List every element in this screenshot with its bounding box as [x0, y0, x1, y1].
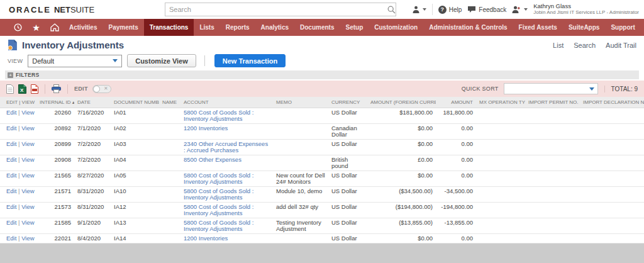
nav-item-analytics[interactable]: Analytics	[255, 19, 294, 36]
nav-item-suiteapps[interactable]: SuiteApps	[563, 19, 605, 36]
help-button[interactable]: ? Help	[438, 6, 462, 14]
edit-link[interactable]: Edit	[6, 219, 16, 226]
account-link[interactable]: 5800 Cost of Goods Sold : Inventory Adju…	[184, 109, 253, 122]
pipe-separator: |	[16, 219, 21, 226]
account-link[interactable]: 1200 Inventories	[184, 125, 228, 132]
user-icon	[512, 6, 521, 14]
nav-item-customization[interactable]: Customization	[369, 19, 423, 36]
edit-link[interactable]: Edit	[6, 125, 16, 132]
button-divider	[204, 55, 205, 66]
export-csv-button[interactable]	[6, 84, 14, 94]
column-header-import-permit-no[interactable]: IMPORT PERMIT NO.	[525, 97, 580, 108]
column-header-amount[interactable]: AMOUNT	[436, 97, 476, 108]
column-header-document-number[interactable]: DOCUMENT NUMBER	[111, 97, 159, 108]
cell-amount: 181,800.00	[436, 108, 476, 124]
nav-item-activities[interactable]: Activities	[64, 19, 103, 36]
history-icon	[14, 23, 22, 31]
cell-import-declaration-no	[580, 187, 644, 203]
account-link[interactable]: 5800 Cost of Goods Sold : Inventory Adju…	[184, 219, 253, 232]
cell-account: 2340 Other Accrued Expensees : Accrued P…	[180, 140, 273, 155]
cell-name	[159, 203, 180, 218]
nav-item-administration-controls[interactable]: Administration & Controls	[423, 19, 513, 36]
home-button[interactable]	[45, 19, 64, 36]
feedback-button[interactable]: Feedback	[467, 6, 506, 13]
view-link[interactable]: View	[21, 187, 34, 194]
cell-amount-foreign: ($34,500.00)	[367, 187, 436, 203]
export-pdf-button[interactable]	[31, 84, 38, 94]
nav-item-reports[interactable]: Reports	[220, 19, 255, 36]
cell-import-declaration-no	[580, 218, 644, 234]
quick-menu[interactable]	[412, 6, 426, 14]
customize-view-button[interactable]: Customize View	[127, 54, 196, 67]
account-link[interactable]: 5800 Cost of Goods Sold : Inventory Adju…	[184, 172, 253, 185]
view-select[interactable]: Default	[28, 55, 122, 67]
export-excel-button[interactable]: X	[18, 84, 26, 94]
column-header-memo[interactable]: MEMO	[273, 97, 328, 108]
quick-menu-caret-icon	[423, 8, 426, 11]
cell-memo: New count for Dell 24# Monitors	[273, 171, 328, 187]
cell-import-declaration-no	[580, 234, 644, 243]
column-header-import-declaration-no[interactable]: IMPORT DECLARATION NO.	[580, 97, 644, 108]
view-link[interactable]: View	[21, 125, 34, 132]
link-search[interactable]: Search	[574, 42, 596, 49]
edit-link[interactable]: Edit	[6, 235, 16, 242]
account-link[interactable]: 2340 Other Accrued Expensees : Accrued P…	[184, 140, 268, 154]
quick-menu-icon	[412, 6, 420, 14]
view-link[interactable]: View	[21, 172, 34, 179]
column-header-name[interactable]: NAME	[159, 97, 180, 108]
account-link[interactable]: 8500 Other Expenses	[184, 156, 242, 163]
account-link[interactable]: 5800 Cost of Goods Sold : Inventory Adju…	[184, 187, 253, 201]
account-link[interactable]: 1200 Inventories	[184, 235, 228, 242]
filters-bar[interactable]: + FILTERS	[5, 70, 639, 79]
new-transaction-button[interactable]: New Transaction	[214, 54, 286, 67]
search-input[interactable]	[165, 6, 387, 13]
recent-records-button[interactable]	[9, 19, 27, 36]
nav-item-transactions[interactable]: Transactions	[144, 19, 194, 36]
view-link[interactable]: View	[21, 203, 34, 210]
cell-date: 7/2/2020	[74, 155, 111, 171]
view-link[interactable]: View	[21, 156, 34, 163]
link-audit-trail[interactable]: Audit Trail	[606, 42, 636, 49]
column-header-edit-view[interactable]: EDIT | VIEW	[0, 97, 36, 108]
view-link[interactable]: View	[21, 140, 34, 147]
edit-link[interactable]: Edit	[6, 203, 16, 210]
view-label: VIEW	[8, 58, 23, 64]
nav-item-setup[interactable]: Setup	[340, 19, 369, 36]
view-link[interactable]: View	[21, 235, 34, 242]
cell-memo	[273, 140, 328, 155]
view-link[interactable]: View	[21, 109, 34, 116]
user-menu-caret-icon	[524, 8, 528, 11]
edit-link[interactable]: Edit	[6, 187, 16, 194]
expand-filters-icon[interactable]: +	[8, 72, 13, 78]
user-menu[interactable]	[512, 6, 528, 14]
nav-item-lists[interactable]: Lists	[194, 19, 219, 36]
shortcuts-button[interactable]: ★	[27, 19, 45, 36]
cell-amount-foreign: $0.00	[367, 234, 436, 243]
cell-currency: Canadian Dollar	[328, 124, 367, 140]
edit-link[interactable]: Edit	[6, 156, 16, 163]
edit-link[interactable]: Edit	[6, 140, 16, 147]
column-header-mx-operation-type[interactable]: MX OPERATION TYPE	[476, 97, 525, 108]
quick-sort-select[interactable]	[504, 83, 598, 94]
edit-toggle[interactable]: ✕	[92, 85, 111, 93]
edit-toggle-label: EDIT	[74, 86, 88, 92]
column-header-amount-foreign-currency[interactable]: AMOUNT (FOREIGN CURRENCY)	[367, 97, 436, 108]
column-header-account[interactable]: ACCOUNT	[180, 97, 273, 108]
link-list[interactable]: List	[553, 42, 564, 49]
oracle-netsuite-logo[interactable]: ORACLENETSUITE	[9, 5, 94, 14]
print-button[interactable]	[52, 84, 61, 93]
nav-item-support[interactable]: Support	[605, 19, 640, 36]
edit-link[interactable]: Edit	[6, 172, 16, 179]
nav-item-documents[interactable]: Documents	[294, 19, 340, 36]
edit-link[interactable]: Edit	[6, 109, 16, 116]
column-header-currency[interactable]: CURRENCY	[328, 97, 367, 108]
column-header-internal-id[interactable]: INTERNAL ID ▴	[36, 97, 74, 108]
cell-mx-operation-type	[476, 124, 525, 140]
search-icon[interactable]	[387, 6, 396, 14]
user-info[interactable]: Kathryn Glass Jobin And Jismi IT Service…	[533, 3, 639, 16]
column-header-date[interactable]: DATE	[74, 97, 111, 108]
account-link[interactable]: 5800 Cost of Goods Sold : Inventory Adju…	[184, 203, 253, 216]
nav-item-fixed-assets[interactable]: Fixed Assets	[513, 19, 563, 36]
view-link[interactable]: View	[21, 219, 34, 226]
nav-item-payments[interactable]: Payments	[103, 19, 143, 36]
